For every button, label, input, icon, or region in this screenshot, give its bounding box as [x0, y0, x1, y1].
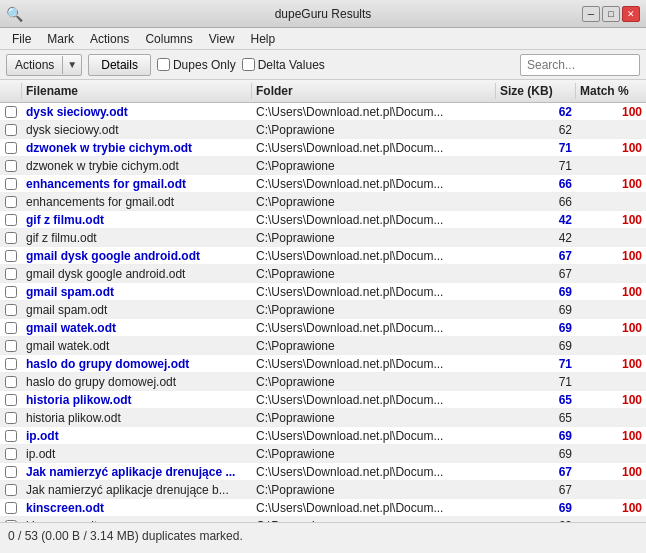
table-row[interactable]: haslo do grupy domowej.odtC:\Users\Downl… [0, 355, 646, 373]
row-folder: C:\Poprawione [252, 517, 496, 522]
column-header-match[interactable]: Match % [576, 83, 646, 99]
row-checkbox[interactable] [5, 466, 17, 478]
details-button[interactable]: Details [88, 54, 151, 76]
row-checkbox-cell[interactable] [0, 499, 22, 516]
table-row[interactable]: kinscreen.odtC:\Users\Download.net.pl\Do… [0, 499, 646, 517]
table-row[interactable]: dysk sieciowy.odtC:\Poprawione62 [0, 121, 646, 139]
row-checkbox-cell[interactable] [0, 229, 22, 246]
details-label: Details [101, 58, 138, 72]
row-checkbox-cell[interactable] [0, 373, 22, 390]
row-checkbox[interactable] [5, 214, 17, 226]
table-row[interactable]: Jak namierzyć aplikacje drenujące ...C:\… [0, 463, 646, 481]
menu-item-help[interactable]: Help [243, 30, 284, 48]
row-checkbox-cell[interactable] [0, 121, 22, 138]
column-header-size[interactable]: Size (KB) [496, 83, 576, 99]
row-checkbox[interactable] [5, 430, 17, 442]
row-checkbox-cell[interactable] [0, 157, 22, 174]
row-checkbox-cell[interactable] [0, 247, 22, 264]
table-row[interactable]: dzwonek w trybie cichym.odtC:\Poprawione… [0, 157, 646, 175]
row-checkbox[interactable] [5, 232, 17, 244]
close-button[interactable]: ✕ [622, 6, 640, 22]
row-checkbox-cell[interactable] [0, 103, 22, 120]
row-checkbox-cell[interactable] [0, 211, 22, 228]
row-checkbox[interactable] [5, 502, 17, 514]
table-row[interactable]: gmail spam.odtC:\Users\Download.net.pl\D… [0, 283, 646, 301]
table-row[interactable]: gif z filmu.odtC:\Poprawione42 [0, 229, 646, 247]
table-row[interactable]: gmail watek.odtC:\Users\Download.net.pl\… [0, 319, 646, 337]
row-checkbox-cell[interactable] [0, 319, 22, 336]
table-row[interactable]: ip.odtC:\Users\Download.net.pl\Docum...6… [0, 427, 646, 445]
maximize-button[interactable]: □ [602, 6, 620, 22]
table-row[interactable]: gmail watek.odtC:\Poprawione69 [0, 337, 646, 355]
row-folder: C:\Users\Download.net.pl\Docum... [252, 139, 496, 156]
row-checkbox[interactable] [5, 124, 17, 136]
row-checkbox[interactable] [5, 178, 17, 190]
row-checkbox-cell[interactable] [0, 481, 22, 498]
row-checkbox-cell[interactable] [0, 175, 22, 192]
column-header-folder[interactable]: Folder [252, 83, 496, 99]
row-checkbox[interactable] [5, 196, 17, 208]
row-checkbox-cell[interactable] [0, 463, 22, 480]
row-checkbox-cell[interactable] [0, 193, 22, 210]
table-row[interactable]: haslo do grupy domowej.odtC:\Poprawione7… [0, 373, 646, 391]
actions-dropdown-button[interactable]: Actions ▼ [6, 54, 82, 76]
row-checkbox[interactable] [5, 160, 17, 172]
row-checkbox-cell[interactable] [0, 301, 22, 318]
row-checkbox[interactable] [5, 412, 17, 424]
minimize-button[interactable]: ─ [582, 6, 600, 22]
table-row[interactable]: ip.odtC:\Poprawione69 [0, 445, 646, 463]
row-checkbox-cell[interactable] [0, 265, 22, 282]
table-row[interactable]: gmail dysk google android.odtC:\Poprawio… [0, 265, 646, 283]
dupes-only-checkbox[interactable] [157, 58, 170, 71]
table-row[interactable]: enhancements for gmail.odtC:\Poprawione6… [0, 193, 646, 211]
row-checkbox[interactable] [5, 484, 17, 496]
menu-item-view[interactable]: View [201, 30, 243, 48]
dupes-only-checkbox-label[interactable]: Dupes Only [157, 58, 236, 72]
row-checkbox-cell[interactable] [0, 409, 22, 426]
table-row[interactable]: dzwonek w trybie cichym.odtC:\Users\Down… [0, 139, 646, 157]
table-row[interactable]: gmail dysk google android.odtC:\Users\Do… [0, 247, 646, 265]
row-checkbox[interactable] [5, 340, 17, 352]
row-checkbox[interactable] [5, 322, 17, 334]
menu-item-columns[interactable]: Columns [137, 30, 200, 48]
row-checkbox[interactable] [5, 304, 17, 316]
table-row[interactable]: gmail spam.odtC:\Poprawione69 [0, 301, 646, 319]
row-checkbox[interactable] [5, 520, 17, 523]
menu-item-file[interactable]: File [4, 30, 39, 48]
table-row[interactable]: gif z filmu.odtC:\Users\Download.net.pl\… [0, 211, 646, 229]
search-input[interactable] [520, 54, 640, 76]
row-checkbox-cell[interactable] [0, 283, 22, 300]
row-checkbox[interactable] [5, 358, 17, 370]
row-checkbox-cell[interactable] [0, 517, 22, 522]
row-filename: gmail dysk google android.odt [22, 265, 252, 282]
menu-item-mark[interactable]: Mark [39, 30, 82, 48]
column-header-filename[interactable]: Filename [22, 83, 252, 99]
row-checkbox-cell[interactable] [0, 427, 22, 444]
row-checkbox[interactable] [5, 142, 17, 154]
row-checkbox-cell[interactable] [0, 391, 22, 408]
row-checkbox-cell[interactable] [0, 355, 22, 372]
row-checkbox[interactable] [5, 376, 17, 388]
row-checkbox[interactable] [5, 394, 17, 406]
table-body[interactable]: dysk sieciowy.odtC:\Users\Download.net.p… [0, 103, 646, 522]
row-checkbox-cell[interactable] [0, 337, 22, 354]
menu-item-actions[interactable]: Actions [82, 30, 137, 48]
table-row[interactable]: kinscreen.odtC:\Poprawione69 [0, 517, 646, 522]
row-checkbox[interactable] [5, 448, 17, 460]
table-row[interactable]: Jak namierzyć aplikacje drenujące b...C:… [0, 481, 646, 499]
row-checkbox[interactable] [5, 286, 17, 298]
row-checkbox[interactable] [5, 268, 17, 280]
row-filename: dysk sieciowy.odt [22, 103, 252, 120]
row-folder: C:\Poprawione [252, 121, 496, 138]
table-row[interactable]: dysk sieciowy.odtC:\Users\Download.net.p… [0, 103, 646, 121]
row-checkbox-cell[interactable] [0, 445, 22, 462]
delta-values-checkbox-label[interactable]: Delta Values [242, 58, 325, 72]
table-row[interactable]: historia plikow.odtC:\Poprawione65 [0, 409, 646, 427]
table-row[interactable]: historia plikow.odtC:\Users\Download.net… [0, 391, 646, 409]
row-checkbox[interactable] [5, 106, 17, 118]
row-checkbox[interactable] [5, 250, 17, 262]
row-filename: ip.odt [22, 445, 252, 462]
delta-values-checkbox[interactable] [242, 58, 255, 71]
table-row[interactable]: enhancements for gmail.odtC:\Users\Downl… [0, 175, 646, 193]
row-checkbox-cell[interactable] [0, 139, 22, 156]
